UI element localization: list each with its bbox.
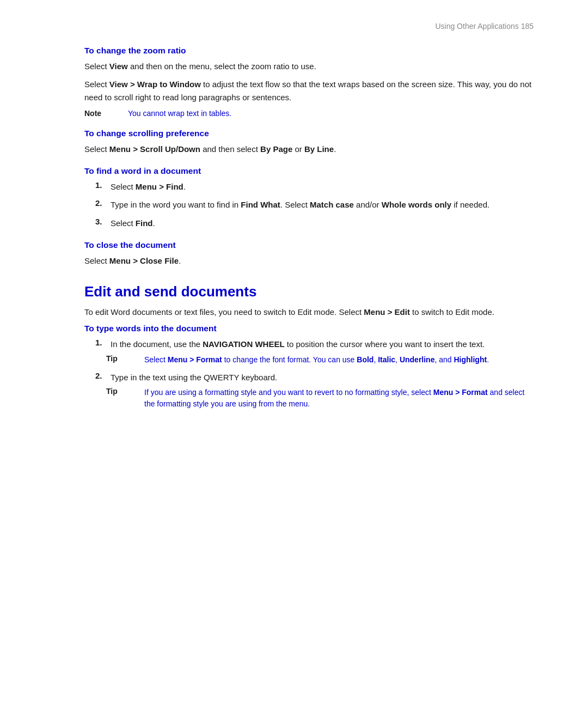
heading-close-doc: To close the document: [84, 240, 534, 250]
list-number-3: 3.: [95, 217, 111, 226]
list-number-tw-2: 2.: [95, 371, 111, 380]
section-scrolling: To change scrolling preference Select Me…: [84, 129, 534, 155]
note-text: You cannot wrap text in tables.: [128, 109, 231, 118]
list-number-tw-1: 1.: [95, 338, 111, 347]
find-word-list: 1. Select Menu > Find. 2. Type in the wo…: [84, 180, 534, 229]
heading-edit-send: Edit and send documents: [84, 283, 534, 300]
section-find-word: To find a word in a document 1. Select M…: [84, 166, 534, 229]
section-zoom-ratio: To change the zoom ratio Select View and…: [84, 46, 534, 118]
page-container: Using Other Applications 185 To change t…: [0, 0, 588, 723]
list-item: 3. Select Find.: [84, 217, 534, 229]
tip-row-1: Tip Select Menu > Format to change the f…: [106, 354, 489, 366]
list-content-tw-1: In the document, use the NAVIGATION WHEE…: [111, 338, 485, 350]
note-label: Note: [84, 109, 122, 118]
heading-type-words: To type words into the document: [84, 324, 534, 333]
list-item: 2. Type in the word you want to find in …: [84, 198, 534, 211]
heading-scrolling: To change scrolling preference: [84, 129, 534, 138]
note-row: Note You cannot wrap text in tables.: [84, 109, 534, 118]
type-words-list: 1. In the document, use the NAVIGATION W…: [84, 338, 534, 413]
list-content-2: Type in the word you want to find in Fin…: [111, 198, 534, 211]
list-item: 1. Select Menu > Find.: [84, 180, 534, 193]
list-item: 1. In the document, use the NAVIGATION W…: [84, 338, 534, 368]
section-edit-send: Edit and send documents To edit Word doc…: [84, 283, 534, 413]
tip-text-2: If you are using a formatting style and …: [144, 387, 534, 410]
zoom-para-1: Select View and then on the menu, select…: [84, 60, 534, 72]
page-header: Using Other Applications 185: [84, 22, 534, 31]
list-content-3: Select Find.: [111, 217, 534, 229]
tip-label-2: Tip: [106, 387, 139, 396]
zoom-para-2: Select View > Wrap to Window to adjust t…: [84, 78, 534, 104]
section-type-words: To type words into the document 1. In th…: [84, 324, 534, 413]
list-content-1: Select Menu > Find.: [111, 180, 534, 193]
scrolling-para: Select Menu > Scroll Up/Down and then se…: [84, 143, 534, 155]
section-close-doc: To close the document Select Menu > Clos…: [84, 240, 534, 267]
header-text: Using Other Applications 185: [435, 22, 534, 31]
list-item: 2. Type in the text using the QWERTY key…: [84, 371, 534, 413]
list-number-2: 2.: [95, 198, 111, 208]
list-number-1: 1.: [95, 180, 111, 190]
heading-find-word: To find a word in a document: [84, 166, 534, 176]
tip-row-2: Tip If you are using a formatting style …: [106, 387, 534, 410]
heading-zoom-ratio: To change the zoom ratio: [84, 46, 534, 56]
tip-label-1: Tip: [106, 354, 139, 363]
edit-send-intro: To edit Word documents or text files, yo…: [84, 306, 534, 318]
tip-text-1: Select Menu > Format to change the font …: [144, 354, 489, 366]
close-doc-para: Select Menu > Close File.: [84, 254, 534, 267]
list-content-tw-2: Type in the text using the QWERTY keyboa…: [111, 371, 277, 384]
